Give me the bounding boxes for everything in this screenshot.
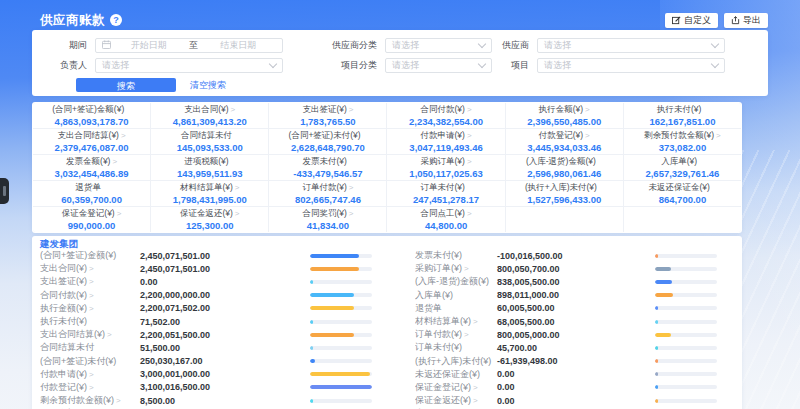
stat-cell[interactable]: 发票未付(¥)> -433,479,546.57	[269, 155, 386, 180]
supplier-category-select[interactable]: 请选择	[385, 38, 492, 53]
stat-cell[interactable]: 合同点工(¥)> 44,800.00	[387, 207, 504, 232]
stat-cell[interactable]: 付款登记(¥)> 3,445,934,033.46	[506, 129, 623, 154]
metric-label[interactable]: 保证金返还(¥)>	[415, 394, 497, 407]
metric-bar	[655, 385, 717, 389]
stat-cell[interactable]: (执行+入库)未付(¥)> 1,527,596,433.00	[506, 181, 623, 206]
metric-label[interactable]: 采购订单(¥)>	[415, 262, 497, 275]
stat-cell[interactable]: 合同结算未付> 145,093,533.00	[151, 129, 268, 154]
stat-cell[interactable]: 退货单> 60,359,700.00	[33, 181, 150, 206]
stat-cell[interactable]: 合同奖罚(¥)> 41,834.00	[269, 207, 386, 232]
stat-cell[interactable]: 进项税额(¥)> 143,959,511.93	[151, 155, 268, 180]
metric-label[interactable]: 支出签证(¥)>	[40, 275, 140, 288]
account-row: 付款申请(¥)> 3,000,001,000.00 未返还保证金(¥)> 0.0…	[40, 368, 734, 381]
metric-bar	[310, 346, 372, 350]
stat-value: 2,596,980,061.46	[527, 168, 601, 179]
clear-search-link[interactable]: 清空搜索	[190, 79, 226, 92]
stat-label: (入库-退货)金额(¥)	[526, 156, 596, 166]
metric-label[interactable]: (入库-退货)金额(¥)>	[415, 275, 497, 288]
drilldown-arrow-icon: >	[464, 330, 469, 339]
stat-cell[interactable]: 未返还保证金(¥)> 864,700.00	[624, 181, 741, 206]
metric-label[interactable]: 退货单>	[415, 302, 497, 315]
stat-cell[interactable]: 执行金额(¥)> 2,396,550,485.00	[506, 103, 623, 128]
metric-label[interactable]: 付款申请(¥)>	[40, 368, 140, 381]
metric-label[interactable]: (执行+入库)未付(¥)>	[415, 355, 497, 368]
stat-cell[interactable]: 剩余预付款金额(¥)> 373,082.00	[624, 129, 741, 154]
metric-label[interactable]: 订单付款(¥)>	[415, 328, 497, 341]
chevron-down-icon	[711, 40, 719, 48]
stat-cell[interactable]: 支出签证(¥)> 1,783,765.50	[269, 103, 386, 128]
stat-cell[interactable]: 订单付款(¥)> 802,665,747.46	[269, 181, 386, 206]
stat-cell[interactable]: 合同付款(¥)> 2,234,382,554.00	[387, 103, 504, 128]
metric-label[interactable]: 支出合同结算(¥)>	[40, 328, 140, 341]
metric-label[interactable]: (合同+签证)未付(¥)>	[40, 355, 140, 368]
account-row: 执行金额(¥)> 2,200,071,502.00 退货单> 60,005,50…	[40, 302, 734, 315]
stat-label: 合同点工(¥)	[421, 208, 465, 218]
account-row: 支出合同(¥)> 2,450,071,501.00 采购订单(¥)> 800,0…	[40, 262, 734, 275]
stat-label: (合同+签证)金额(¥)	[52, 104, 124, 114]
stat-cell[interactable]: 发票金额(¥)> 3,032,454,486.89	[33, 155, 150, 180]
search-button[interactable]: 搜索	[76, 78, 176, 92]
period-date-range[interactable]: 开始日期 至 结束日期	[95, 38, 283, 53]
metric-label[interactable]: 发票未付(¥)>	[415, 249, 497, 262]
metric-label[interactable]: 剩余预付款金额(¥)>	[40, 394, 140, 407]
metric-label[interactable]: 材料结算单(¥)>	[415, 315, 497, 328]
stat-cell[interactable]: 付款申请(¥)> 3,047,119,493.46	[387, 129, 504, 154]
metric-value: 3,100,016,500.00	[140, 382, 310, 392]
stat-value: 125,300.00	[186, 220, 234, 231]
stat-cell[interactable]: 材料结算单(¥)> 1,798,431,995.00	[151, 181, 268, 206]
metric-label[interactable]: 执行未付(¥)>	[40, 315, 140, 328]
account-row: 合同结算未付> 51,500.00 订单未付(¥)> 45,700.00	[40, 341, 734, 354]
metric-bar	[310, 267, 372, 271]
side-drawer-handle[interactable]	[0, 178, 9, 204]
stat-value: 3,032,454,486.89	[55, 168, 129, 179]
stat-cell[interactable]: >	[624, 207, 741, 232]
metric-label[interactable]: 订单未付(¥)>	[415, 341, 497, 354]
stat-cell[interactable]: 执行未付(¥)> 162,167,851.00	[624, 103, 741, 128]
metric-label[interactable]: 未返还保证金(¥)>	[415, 368, 497, 381]
stat-label: 订单未付(¥)	[421, 182, 465, 192]
metric-value: 60,005,500.00	[497, 303, 655, 313]
stat-value: 4,863,093,178.70	[55, 116, 129, 127]
metric-label[interactable]: 合同付款(¥)>	[40, 289, 140, 302]
metric-bar	[655, 306, 717, 310]
stat-cell[interactable]: 支出合同结算(¥)> 2,379,476,087.00	[33, 129, 150, 154]
metric-bar	[310, 320, 372, 324]
drilldown-arrow-icon: >	[89, 304, 94, 313]
stat-cell[interactable]: 订单未付(¥)> 247,451,278.17	[387, 181, 504, 206]
stat-cell[interactable]: 入库单(¥)> 2,657,329,761.46	[624, 155, 741, 180]
stat-cell[interactable]: 支出合同(¥)> 4,861,309,413.20	[151, 103, 268, 128]
metric-label[interactable]: 保证金登记(¥)>	[415, 381, 497, 394]
stat-label: 合同付款(¥)	[421, 104, 465, 114]
project-category-select[interactable]: 请选择	[385, 58, 492, 73]
stat-label: (合同+签证)未付(¥)	[289, 130, 361, 140]
customize-button[interactable]: 自定义	[665, 13, 718, 28]
stat-cell[interactable]: (合同+签证)金额(¥)> 4,863,093,178.70	[33, 103, 150, 128]
help-icon[interactable]: ?	[110, 14, 122, 26]
metric-label[interactable]: 付款登记(¥)>	[40, 381, 140, 394]
metric-label[interactable]: 执行金额(¥)>	[40, 302, 140, 315]
metric-value: 250,030,167.00	[140, 356, 310, 366]
metric-label[interactable]: (合同+签证)金额(¥)>	[40, 249, 140, 262]
owner-select[interactable]: 请选择	[95, 58, 283, 73]
stat-cell[interactable]: (入库-退货)金额(¥)> 2,596,980,061.46	[506, 155, 623, 180]
metric-label[interactable]: 支出合同(¥)>	[40, 262, 140, 275]
export-button[interactable]: 导出	[724, 13, 768, 28]
project-select[interactable]: 请选择	[537, 58, 725, 73]
stat-label: 付款申请(¥)	[421, 130, 465, 140]
stat-cell[interactable]: (合同+签证)未付(¥)> 2,628,648,790.70	[269, 129, 386, 154]
metric-value: 3,000,001,000.00	[140, 369, 310, 379]
supplier-select[interactable]: 请选择	[537, 38, 725, 53]
stat-cell[interactable]: 采购订单(¥)> 1,050,117,025.63	[387, 155, 504, 180]
account-row: 支出签证(¥)> 0.00 (入库-退货)金额(¥)> 838,005,500.…	[40, 275, 734, 288]
export-icon	[731, 16, 740, 25]
metric-label[interactable]: 合同结算未付>	[40, 341, 140, 354]
supplier-group-title[interactable]: 建发集团	[40, 238, 734, 249]
metric-label[interactable]: 入库单(¥)>	[415, 289, 497, 302]
stat-cell[interactable]: 保证金返还(¥)> 125,300.00	[151, 207, 268, 232]
stat-cell[interactable]: 保证金登记(¥)> 990,000.00	[33, 207, 150, 232]
metric-value: 45,700.00	[497, 343, 655, 353]
drilldown-arrow-icon: >	[473, 396, 478, 405]
stat-value: 41,834.00	[307, 220, 349, 231]
stat-cell[interactable]: >	[506, 207, 623, 232]
drilldown-arrow-icon: >	[107, 330, 112, 339]
